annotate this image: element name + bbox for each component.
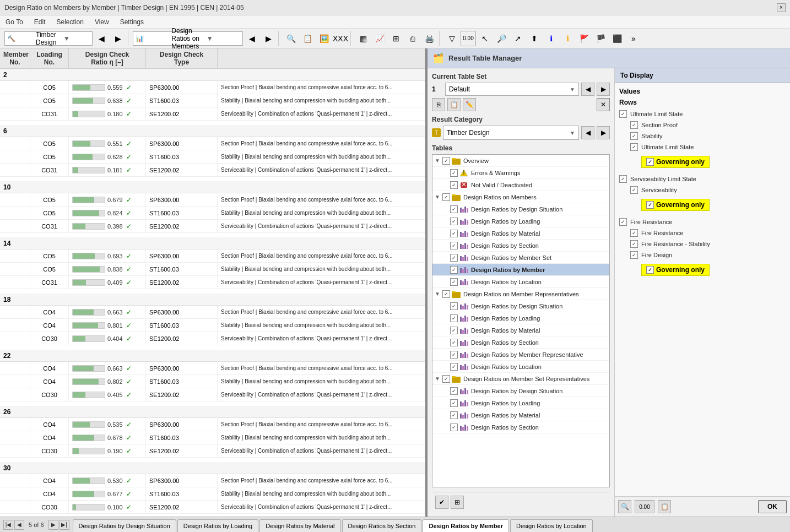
tree-item[interactable]: Design Ratios by Member Representative (432, 349, 609, 361)
tree-item[interactable]: Design Ratios by Section (432, 421, 609, 433)
expand-btn[interactable]: ⊞ (451, 496, 464, 509)
table-row[interactable]: CO50.824✓ST1600.03Stability | Biaxial be… (0, 207, 425, 220)
table-row[interactable]: CO300.405✓SE1200.02Serviceability | Comb… (0, 388, 425, 401)
nav-prev-btn[interactable]: ◀ (581, 83, 594, 96)
category-combo[interactable]: Timber Design ▼ (443, 126, 579, 140)
table-row[interactable]: CO50.693✓SP6300.00Section Proof | Biaxia… (0, 249, 425, 263)
prev-table-btn[interactable]: ◀ (244, 31, 259, 46)
tree-item[interactable]: ✕Not Valid / Deactivated (432, 179, 609, 191)
table-row[interactable]: CO40.802✓ST1600.03Stability | Biaxial be… (0, 375, 425, 388)
tree-item[interactable]: Design Ratios by Material (432, 324, 609, 336)
check-all-btn[interactable]: ✔ (435, 496, 448, 509)
tree-item[interactable]: Design Ratios by Material (432, 227, 609, 240)
tree-checkbox[interactable] (442, 193, 450, 201)
tree-item[interactable]: Design Ratios by Location (432, 276, 609, 288)
tree-checkbox[interactable] (450, 230, 458, 237)
next-page-btn[interactable]: ▶ (48, 520, 58, 530)
table-row[interactable]: CO300.404✓SE1200.02Serviceability | Comb… (0, 332, 425, 345)
table-row[interactable]: CO300.100✓SE1200.02Serviceability | Comb… (0, 501, 425, 514)
cat-next-btn[interactable]: ▶ (597, 126, 610, 139)
value-btn[interactable]: 0.00 (461, 31, 476, 46)
info-btn-2[interactable]: ℹ (560, 31, 575, 46)
up-btn[interactable]: ⬆ (527, 31, 542, 46)
filter2-btn[interactable]: ▽ (444, 31, 459, 46)
ok-button[interactable]: OK (758, 500, 787, 513)
uls-checkbox[interactable] (619, 110, 627, 118)
tree-checkbox[interactable] (450, 387, 458, 395)
last-page-btn[interactable]: ▶| (59, 520, 69, 530)
table-row[interactable]: CO50.838✓ST1600.03Stability | Biaxial be… (0, 263, 425, 276)
stability-checkbox[interactable] (630, 132, 638, 140)
tree-checkbox[interactable] (450, 351, 458, 359)
copy-btn[interactable]: ⎘ (432, 98, 445, 111)
table-row[interactable]: CO50.679✓SP6300.00Section Proof | Biaxia… (0, 193, 425, 207)
table-row[interactable]: CO50.551✓SP6300.00Section Proof | Biaxia… (0, 137, 425, 150)
table-row[interactable]: CO300.190✓SE1200.02Serviceability | Comb… (0, 444, 425, 458)
grid-btn[interactable]: ▦ (355, 31, 371, 46)
table-row[interactable]: CO310.409✓SE1200.02Serviceability | Comb… (0, 276, 425, 289)
menu-view[interactable]: View (93, 17, 111, 27)
tree-checkbox[interactable] (450, 181, 458, 189)
tree-item[interactable]: Design Ratios by Member Set (432, 252, 609, 264)
table-row[interactable]: CO40.678✓ST1600.03Stability | Biaxial be… (0, 431, 425, 444)
bottom-tab-1[interactable]: Design Ratios by Loading (177, 519, 258, 533)
copy-bottom-btn[interactable]: 📋 (658, 500, 671, 513)
tree-checkbox[interactable] (450, 266, 458, 274)
tree-item[interactable]: ▼Design Ratios on Member Set Representat… (432, 373, 609, 385)
tree-item[interactable]: Design Ratios by Loading (432, 215, 609, 227)
tree-checkbox[interactable] (450, 399, 458, 407)
menu-selection[interactable]: Selection (55, 17, 86, 27)
arrow-btn[interactable]: ↗ (510, 31, 526, 46)
tree-checkbox[interactable] (450, 424, 458, 431)
menu-goto[interactable]: Go To (3, 17, 25, 27)
next-table-btn[interactable]: ▶ (261, 31, 276, 46)
tree-checkbox[interactable] (450, 339, 458, 346)
table-row[interactable]: CO40.663✓SP6300.00Section Proof | Biaxia… (0, 306, 425, 319)
flag-btn[interactable]: 🚩 (576, 31, 592, 46)
tree-checkbox[interactable] (450, 327, 458, 334)
nav-next-btn[interactable]: ▶ (597, 83, 610, 96)
prev-page-btn[interactable]: ◀ (14, 520, 24, 530)
view-btn-1[interactable]: 🔍 (283, 31, 299, 46)
tree-checkbox[interactable] (450, 314, 458, 322)
export-btn[interactable]: ⎙ (405, 31, 420, 46)
value-bottom-btn[interactable]: 0.00 (635, 500, 654, 513)
tree-item[interactable]: Design Ratios by Section (432, 336, 609, 349)
view-btn-2[interactable]: 📋 (300, 31, 315, 46)
tree-item[interactable]: Design Ratios by Loading (432, 312, 609, 324)
serviceability-checkbox[interactable] (630, 186, 638, 194)
fr-checkbox[interactable] (619, 218, 627, 226)
next-module-btn[interactable]: ▶ (110, 31, 126, 46)
fire-stability-checkbox[interactable] (630, 240, 638, 248)
table-row[interactable]: CO40.801✓ST1600.03Stability | Biaxial be… (0, 319, 425, 332)
table-row[interactable]: CO310.180✓SE1200.02Serviceability | Comb… (0, 107, 425, 121)
tree-checkbox[interactable] (442, 290, 450, 298)
tree-container[interactable]: ▼Overview!Errors & Warnings✕Not Valid / … (432, 154, 610, 487)
table-row[interactable]: CO50.559✓SP6300.00Section Proof | Biaxia… (0, 81, 425, 94)
tree-item[interactable]: ▼Overview (432, 155, 609, 167)
tree-item[interactable]: Design Ratios by Location (432, 361, 609, 373)
table-row[interactable]: CO50.638✓ST1600.03Stability | Biaxial be… (0, 94, 425, 107)
bottom-tab-5[interactable]: Design Ratios by Location (510, 519, 593, 533)
tree-checkbox[interactable] (450, 218, 458, 225)
table-row[interactable]: CO40.677✓ST1600.03Stability | Biaxial be… (0, 487, 425, 501)
uls-sub-checkbox[interactable] (630, 143, 638, 151)
sls-governing-checkbox[interactable] (646, 201, 654, 209)
tree-checkbox[interactable] (442, 375, 450, 383)
filter3-btn[interactable]: ⬛ (609, 31, 625, 46)
table-row[interactable]: CO310.181✓SE1200.02Serviceability | Comb… (0, 164, 425, 177)
table-row[interactable]: CO40.663✓SP6300.00Section Proof | Biaxia… (0, 362, 425, 375)
cursor-btn[interactable]: ↖ (477, 31, 493, 46)
cat-prev-btn[interactable]: ◀ (581, 126, 594, 139)
tree-checkbox[interactable] (450, 302, 458, 310)
view-btn-4[interactable]: XXX (333, 31, 348, 46)
tree-checkbox[interactable] (450, 363, 458, 371)
tree-item[interactable]: Design Ratios by Loading (432, 397, 609, 409)
tree-item[interactable]: Design Ratios by Design Situation (432, 300, 609, 312)
tree-checkbox[interactable] (450, 411, 458, 419)
tree-item[interactable]: ▼Design Ratios on Member Representatives (432, 288, 609, 300)
table-row[interactable]: CO310.398✓SE1200.02Serviceability | Comb… (0, 220, 425, 233)
fr-governing-checkbox[interactable] (646, 266, 654, 274)
tree-checkbox[interactable] (450, 205, 458, 213)
module-dropdown[interactable]: 🔨 Timber Design ▼ (4, 31, 93, 46)
